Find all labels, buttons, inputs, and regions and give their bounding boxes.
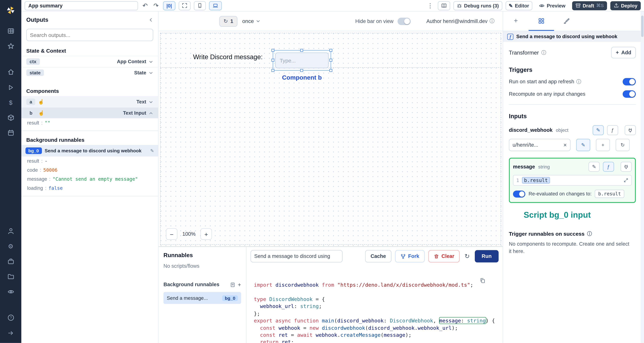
sidebar-item-audit[interactable]	[0, 284, 21, 300]
clear-button[interactable]: Clear	[428, 250, 460, 262]
more-menu-button[interactable]: ⋮	[426, 2, 434, 9]
zoom-in-button[interactable]: +	[200, 228, 212, 240]
create-resource-button[interactable]: +	[596, 139, 610, 151]
resize-handle[interactable]	[300, 69, 303, 72]
sidebar-item-folders[interactable]	[0, 269, 21, 284]
code-editor[interactable]: import discordwebhook from "https://deno…	[246, 266, 503, 343]
refresh-app-button[interactable]: ↻ 1	[219, 16, 237, 26]
scrollbar-thumb[interactable]	[641, 16, 644, 37]
fullscreen-button[interactable]	[178, 1, 190, 10]
sidebar-item-home[interactable]	[0, 64, 21, 80]
bug-icon	[456, 3, 462, 8]
tab-styling[interactable]	[554, 12, 580, 31]
run-on-start-toggle[interactable]	[623, 78, 636, 86]
run-button[interactable]: Run	[475, 250, 499, 262]
output-row-component-a[interactable]: a ☝ Text	[21, 96, 158, 107]
background-runnable-row[interactable]: bg_0 Send a message to discord using web…	[21, 145, 158, 156]
chevron-down-icon[interactable]	[149, 100, 153, 104]
script-name-input[interactable]	[250, 250, 342, 262]
windmill-logo[interactable]	[0, 2, 21, 18]
sidebar-item-settings[interactable]: ⚙	[0, 239, 21, 254]
deploy-button[interactable]: Deploy	[610, 1, 641, 10]
output-row-component-b[interactable]: b ☝ Text Input	[21, 107, 158, 118]
fork-button[interactable]: Fork	[395, 250, 425, 262]
resize-handle[interactable]	[330, 49, 332, 52]
sidebar-item-help[interactable]: ?	[0, 310, 21, 326]
selected-component[interactable]	[273, 50, 331, 71]
editor-tab-button[interactable]: ✎ Editor	[505, 1, 532, 10]
sidebar-item-schedules[interactable]	[0, 125, 21, 140]
static-input-button[interactable]: ✎	[593, 125, 604, 135]
resize-handle[interactable]	[272, 59, 274, 62]
sidebar-item-runs[interactable]	[0, 80, 21, 95]
info-icon[interactable]: ⓘ	[541, 49, 546, 56]
info-icon[interactable]: ⓘ	[490, 18, 494, 24]
sidebar-item-favorites[interactable]	[0, 38, 21, 54]
doc-icon[interactable]	[230, 282, 235, 288]
pencil-icon[interactable]: ✎	[150, 148, 154, 154]
chevron-up-icon[interactable]	[149, 110, 153, 115]
sidebar-item-workers[interactable]	[0, 254, 21, 269]
reeval-toggle[interactable]	[513, 190, 525, 197]
output-row-state[interactable]: state State	[21, 67, 158, 78]
sidebar-item-apps[interactable]	[0, 24, 21, 38]
hide-bar-toggle[interactable]	[398, 18, 411, 25]
tab-insert[interactable]: +	[503, 12, 528, 31]
schedule-dropdown[interactable]: once	[242, 18, 260, 24]
expression-editor[interactable]: 1 b.result	[513, 175, 632, 186]
info-icon[interactable]: ⓘ	[587, 230, 592, 238]
reeval-chip[interactable]: b.result	[595, 190, 624, 198]
tab-settings[interactable]	[528, 12, 554, 31]
collapse-panel-icon[interactable]	[149, 18, 153, 22]
expand-diagonal-icon[interactable]	[624, 178, 628, 183]
chevron-down-icon[interactable]	[149, 59, 153, 64]
text-component[interactable]: Write Discord message:	[193, 53, 263, 61]
sidebar-expand[interactable]	[0, 326, 21, 340]
resize-handle[interactable]	[272, 49, 274, 52]
static-input-button[interactable]: ✎	[588, 162, 600, 172]
resource-input[interactable]	[512, 142, 562, 148]
resize-handle[interactable]	[330, 69, 332, 72]
outputs-search-input[interactable]	[30, 32, 150, 38]
sidebar-item-variables[interactable]: $	[0, 95, 21, 110]
resize-handle[interactable]	[330, 59, 332, 62]
sidebar-item-users[interactable]	[0, 224, 21, 239]
zoom-out-button[interactable]: −	[166, 228, 178, 240]
runnable-item-bg0[interactable]: Send a message... bg_0	[164, 292, 241, 304]
cache-button[interactable]: Cache	[365, 250, 391, 262]
preview-button[interactable]: Preview	[536, 1, 568, 10]
connect-input-button[interactable]	[620, 162, 632, 172]
window-scrollbar[interactable]	[641, 12, 644, 343]
desktop-view-button[interactable]	[209, 1, 222, 10]
refresh-resource-button[interactable]: ↻	[616, 139, 630, 151]
info-icon[interactable]: ⓘ	[576, 78, 581, 85]
redo-button[interactable]: ↷	[152, 2, 160, 9]
docs-button[interactable]	[438, 1, 450, 10]
debug-runs-button[interactable]: Debug runs (3)	[453, 1, 502, 10]
refresh-script-button[interactable]: ↻	[463, 253, 471, 260]
center-align-button[interactable]: |0|	[163, 1, 175, 10]
expression-value[interactable]: b.result	[522, 178, 549, 183]
clear-resource-icon[interactable]: ×	[563, 142, 567, 148]
eval-input-button[interactable]: ƒ	[607, 125, 618, 135]
app-summary-input[interactable]	[24, 1, 138, 10]
function-icon: ƒ	[611, 127, 614, 133]
draft-button[interactable]: Draft ⌘S	[572, 1, 607, 10]
app-canvas[interactable]: Write Discord message: Component b	[158, 31, 503, 246]
resize-handle[interactable]	[300, 49, 303, 52]
add-runnable-button[interactable]: +	[238, 282, 241, 288]
sidebar-item-resources[interactable]	[0, 110, 21, 125]
output-row-ctx[interactable]: ctx App Context	[21, 56, 158, 67]
chevron-down-icon[interactable]	[149, 70, 153, 75]
undo-button[interactable]: ↶	[141, 2, 149, 9]
resize-handle[interactable]	[272, 69, 274, 72]
eval-input-button[interactable]: ƒ	[603, 162, 614, 172]
edit-resource-button[interactable]: ✎	[576, 139, 590, 151]
add-transformer-button[interactable]: + Add	[611, 47, 636, 58]
copy-code-button[interactable]	[430, 272, 486, 291]
mobile-view-button[interactable]	[194, 1, 206, 10]
divider	[509, 104, 636, 105]
text-input-component[interactable]	[275, 52, 328, 68]
recompute-toggle[interactable]	[623, 90, 636, 98]
connect-input-button[interactable]	[625, 125, 636, 135]
